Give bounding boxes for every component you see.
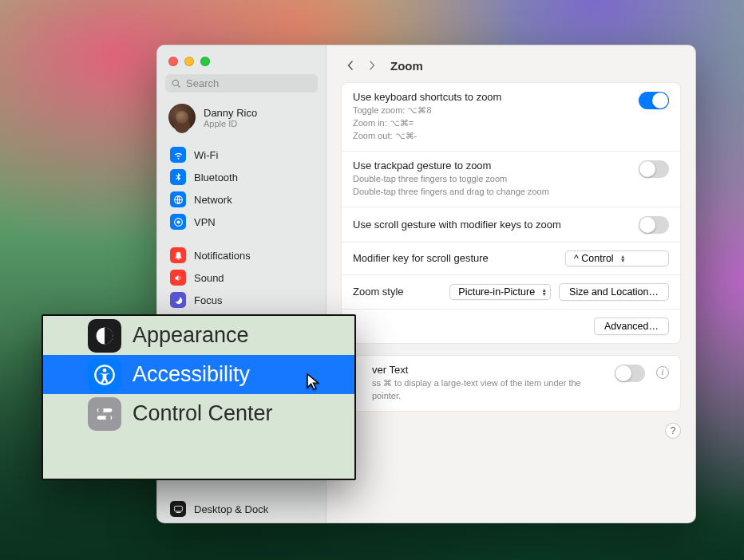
sidebar-item-focus[interactable]: Focus [164,289,319,311]
minimize-button[interactable] [184,57,194,66]
search-placeholder: Search [186,77,219,89]
sidebar-item-sound[interactable]: Sound [164,266,319,289]
keyboard-shortcut-toggle[interactable] [639,92,669,109]
svg-point-9 [103,368,107,372]
row-modifier-key: Modifier key for scroll gesture ^ Contro… [342,243,680,275]
bell-icon [170,247,186,263]
select-value: Picture-in-Picture [458,286,535,298]
sidebar-item-label: Bluetooth [194,172,238,183]
back-button[interactable] [341,57,358,74]
row-sub: ss ⌘ to display a large-text view of the… [372,377,607,403]
close-button[interactable] [168,57,178,66]
hover-text-panel: ver Text ss ⌘ to display a large-text vi… [341,355,681,412]
accessibility-icon [88,358,121,392]
sidebar-item-displays[interactable]: Displays [164,520,319,523]
toolbar: Zoom [326,45,695,82]
cursor-icon [307,373,321,392]
bluetooth-icon [170,169,186,185]
zoom-button[interactable] [200,57,210,66]
sound-icon [170,270,186,286]
sidebar-item-bluetooth[interactable]: Bluetooth [164,166,319,188]
sidebar-item-label: Sound [194,272,224,284]
apple-id-row[interactable]: Danny Rico Apple ID [157,99,326,140]
svg-point-13 [105,415,111,420]
svg-rect-4 [176,511,180,512]
chevron-up-down-icon: ▲▼ [541,288,547,296]
row-label: Zoom style [353,286,404,298]
appearance-icon [88,319,121,353]
row-hover-text: ver Text ss ⌘ to display a large-text vi… [342,356,680,411]
account-name: Danny Rico [204,107,257,119]
svg-rect-3 [174,506,182,511]
pip-item-accessibility[interactable]: Accessibility [43,355,354,394]
pip-label: Accessibility [133,362,250,387]
pip-label: Control Center [133,401,273,426]
window-controls [157,45,326,74]
dock-icon [170,501,186,517]
hover-text-toggle[interactable] [615,365,645,382]
forward-button[interactable] [363,57,381,74]
row-zoom-style: Zoom style Picture-in-Picture ▲▼ Size an… [342,275,680,310]
row-title: ver Text [372,364,607,376]
focus-icon [170,292,186,308]
chevron-up-down-icon: ▲▼ [620,254,626,262]
trackpad-gesture-toggle[interactable] [639,160,669,178]
sidebar-item-network[interactable]: Network [164,188,319,211]
pip-item-appearance[interactable]: Appearance [43,316,354,355]
row-title: Use trackpad gesture to zoom [353,160,631,172]
sidebar-item-vpn[interactable]: VPN [164,211,319,233]
row-title: Use keyboard shortcuts to zoom [353,91,631,103]
advanced-button[interactable]: Advanced… [594,317,669,335]
svg-point-11 [98,408,104,413]
scroll-gesture-toggle[interactable] [639,216,669,234]
search-input[interactable]: Search [165,74,318,93]
sidebar-item-label: Wi-Fi [194,149,218,161]
row-trackpad-gesture: Use trackpad gesture to zoom Double-tap … [342,152,680,207]
shortcut-toggle: Toggle zoom: ⌥⌘8 [353,105,631,117]
sidebar-item-notifications[interactable]: Notifications [164,244,319,266]
shortcut-out: Zoom out: ⌥⌘- [353,130,631,143]
trackpad-line1: Double-tap three fingers to toggle zoom [353,173,631,186]
sidebar-item-label: Focus [194,294,222,306]
sidebar-item-wifi[interactable]: Wi-Fi [164,144,319,166]
row-title: Use scroll gesture with modifier keys to… [353,219,631,231]
sidebar-item-label: VPN [194,216,216,228]
row-keyboard-shortcut: Use keyboard shortcuts to zoom Toggle zo… [342,83,680,152]
avatar [168,104,196,131]
page-title: Zoom [390,59,423,73]
row-advanced: Advanced… [342,310,680,343]
search-icon [172,79,181,89]
main-pane: Zoom Use keyboard shortcuts to zoom Togg… [326,45,695,523]
modifier-key-select[interactable]: ^ Control ▲▼ [565,250,669,266]
sidebar-item-desktop-dock[interactable]: Desktop & Dock [164,498,319,520]
pip-label: Appearance [133,323,249,348]
zoom-pip-window: Appearance Accessibility Control Center [42,314,356,480]
shortcut-in: Zoom in: ⌥⌘= [353,117,631,130]
select-value: ^ Control [574,253,614,264]
sidebar-item-label: Desktop & Dock [194,503,268,515]
row-label: Modifier key for scroll gesture [353,252,489,264]
info-button[interactable]: i [656,366,669,379]
trackpad-line2: Double-tap three fingers and drag to cha… [353,186,631,199]
control-center-icon [88,397,121,431]
network-icon [170,191,186,207]
zoom-style-select[interactable]: Picture-in-Picture ▲▼ [449,284,551,300]
account-sub: Apple ID [204,119,257,128]
help-button[interactable]: ? [665,423,681,439]
svg-point-2 [176,220,180,223]
sidebar-item-label: Network [194,194,232,206]
vpn-icon [170,214,186,230]
row-scroll-gesture: Use scroll gesture with modifier keys to… [342,207,680,243]
pip-item-control-center[interactable]: Control Center [43,394,354,433]
content: Use keyboard shortcuts to zoom Toggle zo… [326,82,695,456]
sidebar-item-label: Notifications [194,250,251,262]
wifi-icon [170,147,186,163]
zoom-panel: Use keyboard shortcuts to zoom Toggle zo… [341,82,681,344]
size-location-button[interactable]: Size and Location… [559,283,669,301]
